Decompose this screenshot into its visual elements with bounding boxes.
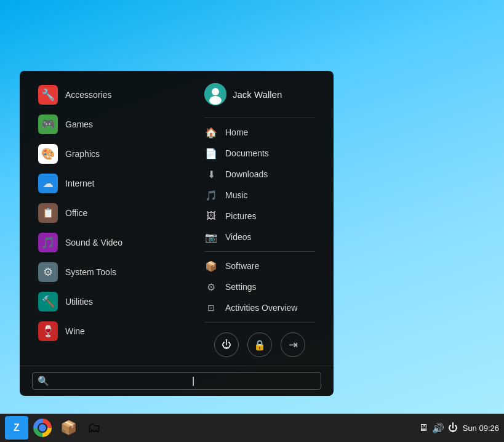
sound-video-icon: 🎵 bbox=[38, 233, 58, 252]
wine-icon: 🍷 bbox=[38, 321, 58, 341]
accessories-icon: 🔧 bbox=[38, 85, 58, 105]
menu-item-graphics[interactable]: 🎨 Graphics bbox=[32, 140, 186, 168]
pictures-label: Pictures bbox=[225, 211, 257, 221]
system-tools-icon: ⚙ bbox=[38, 262, 58, 282]
application-menu: 🔧 Accessories 🎮 Games 🎨 Graphics ☁ Inter… bbox=[20, 71, 334, 396]
right-item-settings[interactable]: ⚙ Settings bbox=[198, 276, 321, 297]
right-item-pictures[interactable]: 🖼 Pictures bbox=[198, 206, 321, 227]
documents-icon: 📄 bbox=[204, 147, 218, 160]
right-item-music[interactable]: 🎵 Music bbox=[198, 185, 321, 206]
right-item-home[interactable]: 🏠 Home bbox=[198, 122, 321, 143]
zorin-logo: Z bbox=[14, 422, 20, 433]
separator-3 bbox=[204, 322, 315, 323]
system-tools-label: System Tools bbox=[65, 267, 116, 277]
search-area: 🔍 | bbox=[20, 366, 334, 390]
menu-item-sound-video[interactable]: 🎵 Sound & Video bbox=[32, 228, 186, 257]
right-item-documents[interactable]: 📄 Documents bbox=[198, 143, 321, 164]
power-button[interactable]: ⏻ bbox=[214, 332, 239, 357]
internet-label: Internet bbox=[65, 179, 94, 188]
videos-icon: 📷 bbox=[204, 230, 218, 244]
search-cursor: | bbox=[192, 376, 194, 387]
zorin-launcher[interactable]: Z bbox=[5, 416, 28, 440]
chrome-icon bbox=[33, 419, 52, 437]
tray-icons: 🖥 🔊 ⏻ bbox=[418, 422, 458, 434]
search-icon: 🔍 bbox=[38, 376, 49, 387]
user-row[interactable]: Jack Wallen bbox=[198, 81, 321, 114]
right-item-activities[interactable]: ⊡ Activities Overview bbox=[198, 297, 321, 318]
accessories-label: Accessories bbox=[65, 90, 111, 100]
svg-point-1 bbox=[212, 88, 219, 95]
logout-button[interactable]: ⇥ bbox=[281, 332, 305, 357]
home-icon: 🏠 bbox=[204, 126, 218, 139]
graphics-icon: 🎨 bbox=[38, 144, 58, 164]
right-item-software[interactable]: 📦 Software bbox=[198, 255, 321, 276]
office-label: Office bbox=[65, 208, 87, 218]
menu-item-office[interactable]: 📋 Office bbox=[32, 199, 186, 227]
menu-right-panel: Jack Wallen 🏠 Home 📄 Documents ⬇ Downloa… bbox=[192, 81, 334, 360]
activities-icon: ⊡ bbox=[204, 301, 218, 315]
right-item-videos[interactable]: 📷 Videos bbox=[198, 227, 321, 247]
wine-label: Wine bbox=[65, 326, 85, 336]
power-tray-icon: ⏻ bbox=[448, 422, 458, 433]
sound-video-label: Sound & Video bbox=[65, 238, 122, 247]
user-name: Jack Wallen bbox=[233, 89, 282, 100]
chrome-app[interactable] bbox=[31, 416, 54, 440]
downloads-label: Downloads bbox=[225, 169, 268, 179]
menu-left-panel: 🔧 Accessories 🎮 Games 🎨 Graphics ☁ Inter… bbox=[20, 81, 192, 360]
music-label: Music bbox=[225, 190, 248, 200]
pictures-icon: 🖼 bbox=[204, 209, 218, 223]
games-label: Games bbox=[65, 119, 93, 129]
menu-item-games[interactable]: 🎮 Games bbox=[32, 110, 186, 139]
svg-point-2 bbox=[209, 96, 222, 105]
files-app[interactable]: 🗂 bbox=[82, 416, 106, 440]
avatar bbox=[204, 83, 226, 105]
files-icon: 🗂 bbox=[87, 420, 101, 436]
menu-item-utilities[interactable]: 🔨 Utilities bbox=[32, 287, 186, 316]
home-label: Home bbox=[225, 127, 248, 137]
menu-item-internet[interactable]: ☁ Internet bbox=[32, 169, 186, 198]
videos-label: Videos bbox=[225, 232, 252, 242]
lock-button[interactable]: 🔒 bbox=[247, 332, 272, 357]
internet-icon: ☁ bbox=[38, 174, 58, 193]
documents-label: Documents bbox=[225, 148, 269, 158]
system-clock: Sun 09:26 bbox=[463, 424, 499, 433]
downloads-icon: ⬇ bbox=[204, 167, 218, 181]
office-icon: 📋 bbox=[38, 203, 58, 223]
volume-icon[interactable]: 🔊 bbox=[432, 422, 444, 434]
settings-icon: ⚙ bbox=[204, 280, 218, 294]
settings-label: Settings bbox=[225, 282, 257, 292]
activities-label: Activities Overview bbox=[225, 303, 297, 313]
separator-2 bbox=[204, 251, 315, 252]
user-avatar-icon bbox=[204, 83, 226, 105]
monitor-icon: 🖥 bbox=[418, 422, 428, 433]
software-icon: 📦 bbox=[204, 259, 218, 273]
utilities-label: Utilities bbox=[65, 297, 93, 307]
menu-item-accessories[interactable]: 🔧 Accessories bbox=[32, 81, 186, 109]
system-tray: 🖥 🔊 ⏻ Sun 09:26 bbox=[418, 422, 499, 434]
games-icon: 🎮 bbox=[38, 115, 58, 134]
search-input-wrapper: 🔍 | bbox=[32, 372, 321, 390]
menu-item-system-tools[interactable]: ⚙ System Tools bbox=[32, 258, 186, 286]
software-label: Software bbox=[225, 261, 259, 271]
right-item-downloads[interactable]: ⬇ Downloads bbox=[198, 164, 321, 185]
files-yellow-app[interactable]: 📦 bbox=[57, 416, 80, 440]
music-icon: 🎵 bbox=[204, 188, 218, 202]
separator-1 bbox=[204, 118, 315, 118]
search-input[interactable] bbox=[53, 376, 188, 386]
menu-item-wine[interactable]: 🍷 Wine bbox=[32, 317, 186, 345]
taskbar: Z 📦 🗂 🖥 🔊 ⏻ Sun 09:26 bbox=[0, 414, 504, 442]
utilities-icon: 🔨 bbox=[38, 292, 58, 311]
session-buttons-row: ⏻ 🔒 ⇥ bbox=[198, 326, 321, 360]
graphics-label: Graphics bbox=[65, 149, 100, 159]
files-yellow-icon: 📦 bbox=[60, 420, 77, 436]
